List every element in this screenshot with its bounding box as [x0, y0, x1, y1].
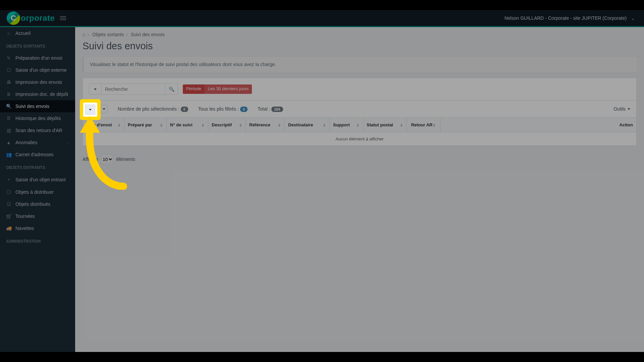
highlight-frame [80, 99, 101, 120]
highlighted-filter-button[interactable] [85, 105, 95, 115]
caret-down-icon [89, 109, 92, 111]
overlay-dimmer [0, 10, 644, 352]
